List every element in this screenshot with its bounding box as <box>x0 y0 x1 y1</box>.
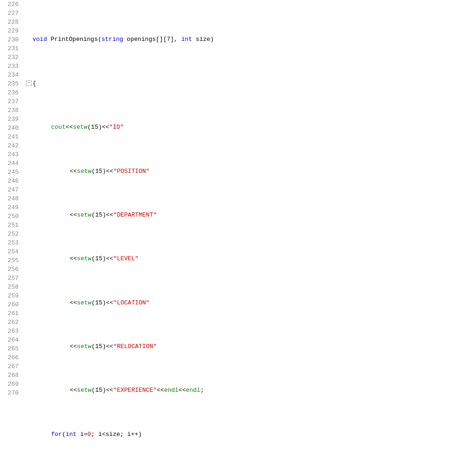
code-area[interactable]: void PrintOpenings(string openings[][7],… <box>22 0 476 455</box>
line-numbers: 226 227 228 229 230 231 232 233 234 235 … <box>0 0 22 455</box>
code-container: 226 227 228 229 230 231 232 233 234 235 … <box>0 0 476 455</box>
code-line-228: cout<<setw(15)<<"ID" <box>26 123 476 132</box>
code-line-231: <<setw(15)<<"LEVEL" <box>26 254 476 263</box>
code-line-230: <<setw(15)<<"DEPARTMENT" <box>26 211 476 219</box>
code-line-232: <<setw(15)<<"LOCATION" <box>26 298 476 307</box>
code-line-235: for(int i=0; i<size; i++) <box>26 430 476 439</box>
code-line-227: − { <box>26 79 476 88</box>
code-line-226: void PrintOpenings(string openings[][7],… <box>26 35 476 44</box>
collapse-227[interactable]: − <box>26 80 32 86</box>
code-line-233: <<setw(15)<<"RELOCATION" <box>26 342 476 351</box>
code-line-229: <<setw(15)<<"POSITION" <box>26 167 476 176</box>
code-line-234: <<setw(15)<<"EXPERIENCE"<<endl<<endl; <box>26 386 476 395</box>
